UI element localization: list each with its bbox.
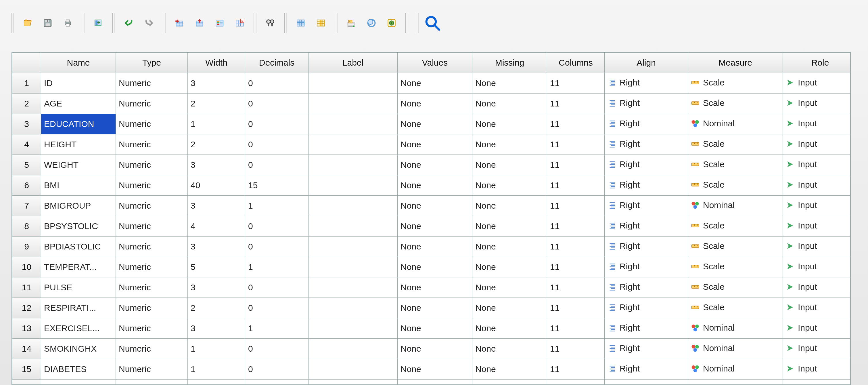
cell-role[interactable]: Input — [783, 93, 851, 114]
cell-type[interactable]: Numeric — [116, 196, 188, 216]
table-row[interactable]: 16V16Numeric82 — [12, 380, 851, 385]
row-header[interactable]: 16 — [12, 380, 41, 385]
cell-width[interactable]: 3 — [188, 155, 245, 175]
cell-align[interactable]: Right — [604, 135, 688, 155]
cell-name[interactable]: BMIGROUP — [41, 196, 116, 216]
cell-columns[interactable]: 11 — [547, 135, 604, 155]
cell-align[interactable]: Right — [604, 216, 688, 237]
cell-values[interactable]: None — [398, 155, 472, 175]
cell-label[interactable] — [309, 216, 398, 237]
cell-name[interactable]: TEMPERAT... — [41, 257, 116, 277]
cell-align[interactable]: Right — [604, 114, 688, 135]
col-header-width[interactable]: Width — [188, 53, 245, 73]
cell-align[interactable]: Right — [604, 257, 688, 277]
cell-align[interactable]: Right — [604, 93, 688, 114]
row-header[interactable]: 8 — [12, 216, 41, 237]
table-row[interactable]: 12RESPIRATI...Numeric20NoneNone11RightSc… — [12, 298, 851, 318]
cell-align[interactable]: Right — [604, 359, 688, 380]
cell-measure[interactable]: Scale — [688, 257, 783, 277]
col-header-label[interactable]: Label — [309, 53, 398, 73]
search-button[interactable] — [424, 14, 441, 32]
cell-label[interactable] — [309, 298, 398, 318]
cell-measure[interactable]: Scale — [688, 216, 783, 237]
cell-values[interactable]: None — [398, 359, 472, 380]
cell-measure[interactable]: Scale — [688, 277, 783, 298]
row-header[interactable]: 6 — [12, 175, 41, 196]
table-row[interactable]: 10TEMPERAT...Numeric51NoneNone11RightSca… — [12, 257, 851, 277]
row-header[interactable]: 1 — [12, 73, 41, 93]
col-header-columns[interactable]: Columns — [547, 53, 604, 73]
cell-measure[interactable]: Scale — [688, 298, 783, 318]
cell-align[interactable]: Right — [604, 73, 688, 93]
table-row[interactable]: 8BPSYSTOLICNumeric40NoneNone11RightScale… — [12, 216, 851, 237]
cell-columns[interactable]: 11 — [547, 257, 604, 277]
cell-role[interactable]: Input — [783, 73, 851, 93]
cell-missing[interactable] — [472, 380, 547, 385]
table-row[interactable]: 15DIABETESNumeric10NoneNone11RightNomina… — [12, 359, 851, 380]
cell-missing[interactable]: None — [472, 175, 547, 196]
cell-width[interactable]: 1 — [188, 359, 245, 380]
cell-measure[interactable]: Nominal — [688, 339, 783, 359]
cell-missing[interactable]: None — [472, 318, 547, 339]
cell-label[interactable] — [309, 196, 398, 216]
cell-name[interactable]: BMI — [41, 175, 116, 196]
cell-name[interactable]: AGE — [41, 93, 116, 114]
goto-variable-button[interactable] — [191, 14, 208, 32]
cell-missing[interactable]: None — [472, 339, 547, 359]
cell-type[interactable]: Numeric — [116, 298, 188, 318]
cell-role[interactable]: Input — [783, 135, 851, 155]
print-button[interactable] — [59, 14, 76, 32]
cell-values[interactable]: None — [398, 216, 472, 237]
cell-name[interactable]: HEIGHT — [41, 135, 116, 155]
cell-type[interactable]: Numeric — [116, 339, 188, 359]
cell-measure[interactable]: Nominal — [688, 114, 783, 135]
cell-type[interactable]: Numeric — [116, 73, 188, 93]
col-header-decimals[interactable]: Decimals — [245, 53, 309, 73]
cell-missing[interactable]: None — [472, 359, 547, 380]
cell-type[interactable]: Numeric — [116, 216, 188, 237]
cell-width[interactable]: 40 — [188, 175, 245, 196]
cell-missing[interactable]: None — [472, 114, 547, 135]
cell-missing[interactable]: None — [472, 277, 547, 298]
cell-label[interactable] — [309, 277, 398, 298]
corner-cell[interactable] — [12, 53, 41, 73]
cell-columns[interactable]: 11 — [547, 155, 604, 175]
cell-measure[interactable]: Scale — [688, 93, 783, 114]
cell-align[interactable]: Right — [604, 339, 688, 359]
cell-width[interactable]: 8 — [188, 380, 245, 385]
cell-missing[interactable]: None — [472, 155, 547, 175]
cell-decimals[interactable]: 0 — [245, 339, 309, 359]
table-row[interactable]: 2AGENumeric20NoneNone11RightScaleInput — [12, 93, 851, 114]
cell-values[interactable]: None — [398, 298, 472, 318]
cell-decimals[interactable]: 0 — [245, 155, 309, 175]
cell-measure[interactable]: Scale — [688, 237, 783, 257]
col-header-role[interactable]: Role — [783, 53, 851, 73]
cell-type[interactable]: Numeric — [116, 257, 188, 277]
cell-columns[interactable]: 11 — [547, 277, 604, 298]
row-header[interactable]: 3 — [12, 114, 41, 135]
row-header[interactable]: 10 — [12, 257, 41, 277]
table-row[interactable]: 3EDUCATIONNumeric10NoneNone11RightNomina… — [12, 114, 851, 135]
cell-decimals[interactable]: 0 — [245, 298, 309, 318]
cell-label[interactable] — [309, 175, 398, 196]
cell-decimals[interactable]: 0 — [245, 237, 309, 257]
cell-role[interactable]: Input — [783, 318, 851, 339]
cell-width[interactable]: 3 — [188, 318, 245, 339]
cell-align[interactable] — [604, 380, 688, 385]
cell-missing[interactable]: None — [472, 237, 547, 257]
cell-name[interactable]: EXERCISEL... — [41, 318, 116, 339]
cell-label[interactable] — [309, 380, 398, 385]
cell-values[interactable]: None — [398, 135, 472, 155]
cell-name[interactable]: V16 — [41, 380, 116, 385]
cell-width[interactable]: 3 — [188, 237, 245, 257]
cell-type[interactable]: Numeric — [116, 318, 188, 339]
cell-columns[interactable]: 11 — [547, 318, 604, 339]
cell-name[interactable]: WEIGHT — [41, 155, 116, 175]
cell-columns[interactable] — [547, 380, 604, 385]
cell-decimals[interactable]: 0 — [245, 135, 309, 155]
table-row[interactable]: 13EXERCISEL...Numeric31NoneNone11RightNo… — [12, 318, 851, 339]
cell-columns[interactable]: 11 — [547, 114, 604, 135]
cell-values[interactable]: None — [398, 196, 472, 216]
insert-variable-button[interactable] — [312, 14, 330, 32]
table-row[interactable]: 9BPDIASTOLICNumeric30NoneNone11RightScal… — [12, 237, 851, 257]
